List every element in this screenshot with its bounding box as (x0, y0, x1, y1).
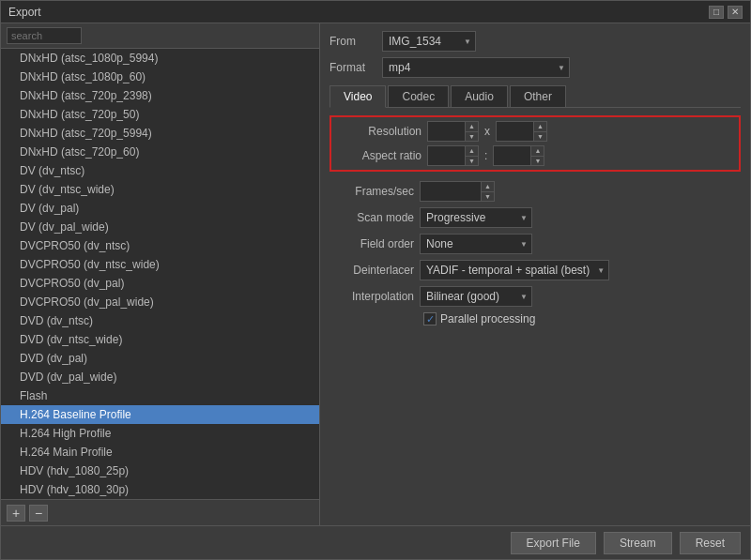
aspect-colon-separator: : (484, 149, 487, 162)
list-item[interactable]: DV (dv_ntsc) (1, 161, 319, 180)
aspect-ratio-row: Aspect ratio 9 ▲ ▼ : 16 ▲ (337, 145, 733, 166)
parallel-label: Parallel processing (440, 312, 535, 325)
list-item[interactable]: DNxHD (atsc_720p_60) (1, 143, 319, 161)
from-dropdown[interactable]: IMG_1534 ▼ (382, 31, 476, 52)
aspect-height-arrows: ▲ ▼ (530, 146, 544, 165)
resolution-height-spinbox[interactable]: 1920 ▲ ▼ (496, 121, 547, 142)
aspect-height-spinbox[interactable]: 16 ▲ ▼ (493, 145, 544, 166)
list-item[interactable]: H.264 High Profile (1, 424, 319, 443)
export-file-button[interactable]: Export File (511, 532, 596, 554)
window-title: Export (8, 6, 41, 19)
aspect-width-up[interactable]: ▲ (466, 146, 478, 157)
field-order-row: Field order None ▼ (330, 234, 741, 254)
frames-input[interactable]: 29.983 (421, 185, 477, 198)
right-panel: From IMG_1534 ▼ Format mp4 ▼ Video Codec… (320, 23, 750, 525)
resolution-height-input[interactable]: 1920 (497, 125, 534, 138)
tab-other[interactable]: Other (510, 85, 566, 107)
deinterlacer-arrow: ▼ (597, 266, 605, 275)
search-bar (1, 23, 319, 49)
deinterlacer-value: YADIF - temporal + spatial (best) (426, 264, 590, 277)
parallel-checkbox[interactable]: ✓ (423, 312, 437, 325)
resolution-height-arrows: ▲ ▼ (533, 122, 546, 141)
format-dropdown[interactable]: mp4 ▼ (382, 57, 570, 78)
list-item[interactable]: H.264 Main Profile (1, 443, 319, 462)
from-value: IMG_1534 (389, 35, 441, 48)
deinterlacer-label: Deinterlacer (330, 264, 414, 277)
search-input[interactable] (7, 27, 82, 44)
list-item[interactable]: DV (dv_pal) (1, 199, 319, 218)
scan-mode-value: Progressive (426, 211, 485, 224)
list-item[interactable]: DVD (dv_ntsc_wide) (1, 330, 319, 349)
resolution-width-arrows: ▲ ▼ (465, 122, 478, 141)
resolution-width-spinbox[interactable]: 1080 ▲ ▼ (427, 121, 479, 142)
frames-arrows: ▲ ▼ (481, 182, 494, 201)
scan-mode-arrow: ▼ (520, 214, 528, 222)
list-item[interactable]: Flash (1, 386, 319, 405)
list-item[interactable]: DVCPRO50 (dv_pal) (1, 274, 319, 293)
field-order-arrow: ▼ (520, 240, 528, 249)
remove-preset-button[interactable]: − (29, 505, 48, 522)
resolution-width-up[interactable]: ▲ (466, 122, 478, 132)
aspect-width-input[interactable]: 9 (428, 149, 466, 162)
reset-button[interactable]: Reset (680, 532, 741, 554)
list-item[interactable]: H.264 Baseline Profile (1, 405, 319, 424)
aspect-height-input[interactable]: 16 (494, 149, 531, 162)
tab-video[interactable]: Video (330, 85, 386, 108)
aspect-height-down[interactable]: ▼ (531, 157, 544, 166)
list-item[interactable]: DVD (dv_ntsc) (1, 311, 319, 330)
interpolation-dropdown[interactable]: Bilinear (good) ▼ (420, 286, 532, 307)
from-dropdown-arrow: ▼ (464, 38, 471, 46)
deinterlacer-dropdown[interactable]: YADIF - temporal + spatial (best) ▼ (420, 260, 609, 280)
list-item[interactable]: HDV (hdv_1080_30p) (1, 480, 319, 499)
preset-list[interactable]: DNxHD (atsc_1080p_5994)DNxHD (atsc_1080p… (1, 49, 319, 499)
from-row: From IMG_1534 ▼ (330, 31, 741, 52)
add-preset-button[interactable]: + (7, 505, 25, 522)
format-row: Format mp4 ▼ (330, 57, 741, 78)
field-order-dropdown[interactable]: None ▼ (420, 234, 532, 254)
frames-down[interactable]: ▼ (482, 192, 494, 202)
scan-mode-dropdown[interactable]: Progressive ▼ (420, 207, 532, 228)
list-item[interactable]: DNxHD (atsc_720p_50) (1, 105, 319, 124)
interpolation-label: Interpolation (330, 290, 414, 303)
resolution-row: Resolution 1080 ▲ ▼ x 1920 ▲ (337, 121, 733, 142)
list-item[interactable]: DV (dv_pal_wide) (1, 218, 319, 236)
list-item[interactable]: DNxHD (atsc_1080p_60) (1, 68, 319, 86)
main-content: DNxHD (atsc_1080p_5994)DNxHD (atsc_1080p… (1, 23, 750, 525)
list-item[interactable]: DVD (dv_pal_wide) (1, 368, 319, 386)
bottom-bar: Export File Stream Reset (1, 525, 750, 559)
stream-button[interactable]: Stream (604, 532, 672, 554)
list-item[interactable]: DVCPRO50 (dv_pal_wide) (1, 293, 319, 311)
aspect-width-down[interactable]: ▼ (466, 157, 478, 166)
resolution-width-input[interactable]: 1080 (428, 125, 466, 138)
aspect-ratio-label: Aspect ratio (337, 149, 421, 162)
list-item[interactable]: DV (dv_ntsc_wide) (1, 180, 319, 199)
resolution-height-up[interactable]: ▲ (534, 122, 546, 132)
list-item[interactable]: DVCPRO50 (dv_ntsc_wide) (1, 255, 319, 274)
title-bar: Export □ ✕ (1, 1, 750, 23)
export-window: Export □ ✕ DNxHD (atsc_1080p_5994)DNxHD … (0, 0, 751, 560)
resolution-x-separator: x (484, 125, 490, 138)
close-button[interactable]: ✕ (728, 6, 743, 19)
format-dropdown-arrow: ▼ (558, 64, 565, 72)
resolution-height-down[interactable]: ▼ (534, 132, 546, 142)
frames-up[interactable]: ▲ (482, 182, 494, 192)
list-item[interactable]: DNxHD (atsc_720p_2398) (1, 86, 319, 105)
scan-mode-label: Scan mode (330, 211, 414, 224)
from-label: From (330, 35, 376, 48)
list-item[interactable]: DNxHD (atsc_720p_5994) (1, 124, 319, 143)
tab-audio[interactable]: Audio (451, 85, 508, 107)
frames-spinbox[interactable]: 29.983 ▲ ▼ (420, 181, 495, 202)
list-item[interactable]: DVD (dv_pal) (1, 349, 319, 368)
aspect-height-up[interactable]: ▲ (531, 146, 544, 157)
tabs-row: Video Codec Audio Other (330, 85, 741, 108)
maximize-button[interactable]: □ (709, 6, 724, 19)
list-item[interactable]: DVCPRO50 (dv_ntsc) (1, 236, 319, 255)
resolution-label: Resolution (337, 125, 421, 138)
list-item[interactable]: HDV (hdv_1080_25p) (1, 462, 319, 480)
parallel-row: ✓ Parallel processing (330, 312, 741, 325)
list-item[interactable]: DNxHD (atsc_1080p_5994) (1, 49, 319, 68)
list-bottom-bar: + − (1, 499, 319, 525)
resolution-width-down[interactable]: ▼ (466, 132, 478, 142)
aspect-width-spinbox[interactable]: 9 ▲ ▼ (427, 145, 479, 166)
tab-codec[interactable]: Codec (388, 85, 449, 107)
